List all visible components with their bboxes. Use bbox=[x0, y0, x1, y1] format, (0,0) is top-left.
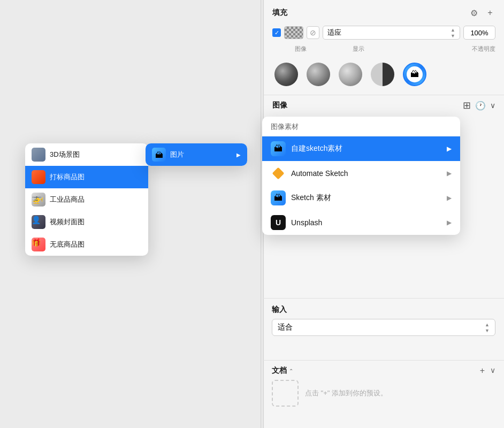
product-thumbnail bbox=[32, 170, 45, 184]
menu-l1-nobg[interactable]: 🎁 无底商品图 bbox=[25, 233, 148, 256]
layers-icon[interactable]: ⊞ bbox=[463, 100, 471, 111]
3d-label: 3D场景图 bbox=[50, 150, 142, 159]
gradient-ball-3[interactable] bbox=[339, 63, 362, 86]
zijian-arrow-icon: ▶ bbox=[447, 145, 452, 152]
sketch-material-arrow-icon: ▶ bbox=[447, 194, 452, 202]
sketch-material-icon: 🏔 bbox=[271, 190, 286, 205]
zijian-icon: 🏔 bbox=[271, 141, 286, 156]
gradient-ball-5-active[interactable]: 🏔 bbox=[403, 63, 426, 86]
col-display-label: 显示 bbox=[353, 45, 364, 53]
automate-icon bbox=[271, 166, 286, 181]
doc-title: 文档 bbox=[272, 366, 287, 376]
pic-label: 图片 bbox=[170, 150, 232, 159]
doc-add-icon[interactable]: + bbox=[480, 366, 485, 376]
pic-arrow-icon: ▶ bbox=[236, 152, 241, 158]
fill-header: 填充 ⚙ + bbox=[264, 0, 504, 24]
menu-l1-product[interactable]: 打标商品图 bbox=[25, 166, 148, 188]
fill-checkbox[interactable]: ✓ bbox=[272, 28, 281, 37]
input-stepper[interactable]: ▲ ▼ bbox=[485, 322, 490, 333]
menu-l1-3d[interactable]: 3D场景图 bbox=[25, 143, 148, 166]
industrial-label: 工业品商品 bbox=[50, 195, 142, 204]
doc-expand-icon[interactable]: ∨ bbox=[490, 366, 495, 376]
col-opacity-label: 不透明度 bbox=[472, 45, 495, 53]
menu-level1: 3D场景图 打标商品图 🚁 工业品商品 👤 视频封面图 🎁 bbox=[25, 143, 148, 256]
nobg-label: 无底商品图 bbox=[50, 240, 142, 249]
doc-chevron-icon: ⌃ bbox=[289, 368, 293, 374]
doc-hint: 点击 "+" 添加到你的预设。 bbox=[305, 388, 387, 398]
sketch-material-label: Sketch 素材 bbox=[291, 193, 441, 203]
video-label: 视频封面图 bbox=[50, 217, 142, 227]
gradient-ball-2[interactable] bbox=[307, 63, 330, 86]
video-thumb: 👤 bbox=[32, 215, 45, 229]
menu-l1-industrial[interactable]: 🚁 工业品商品 bbox=[25, 188, 148, 211]
menu-l1-video[interactable]: 👤 视频封面图 bbox=[25, 211, 148, 233]
col-image-label: 图像 bbox=[295, 45, 307, 53]
checkerboard-icon[interactable] bbox=[284, 26, 303, 39]
doc-icons: + ∨ bbox=[480, 366, 495, 376]
industrial-thumb: 🚁 bbox=[32, 193, 45, 207]
display-stepper[interactable]: ▲ ▼ bbox=[450, 27, 455, 39]
nobg-thumb: 🎁 bbox=[32, 238, 45, 251]
automate-arrow-icon: ▶ bbox=[447, 170, 452, 177]
fill-controls-row: ✓ ⊘ 适应 ▲ ▼ 100% bbox=[264, 24, 504, 44]
menu-level2: 🏔 图片 ▶ bbox=[146, 143, 247, 166]
image-material-header: 图像素材 bbox=[262, 117, 460, 136]
document-section: 文档 ⌃ + ∨ 点击 "+" 添加到你的预设。 bbox=[263, 360, 504, 412]
doc-title-row: 文档 ⌃ bbox=[272, 366, 293, 376]
clock-icon[interactable]: 🕐 bbox=[475, 101, 486, 111]
image-section-header: 图像 ⊞ 🕐 ∨ bbox=[272, 100, 495, 111]
menu-l2-pic[interactable]: 🏔 图片 ▶ bbox=[146, 143, 247, 166]
image-section-icons: ⊞ 🕐 ∨ bbox=[463, 100, 495, 111]
doc-header: 文档 ⌃ + ∨ bbox=[272, 366, 495, 376]
doc-placeholder bbox=[272, 380, 299, 407]
settings-icon[interactable]: ⚙ bbox=[469, 7, 479, 18]
menu-item-sketch-material[interactable]: 🏔 Sketch 素材 ▶ bbox=[262, 186, 460, 210]
fill-header-icons: ⚙ + bbox=[469, 7, 495, 18]
image-section-title: 图像 bbox=[272, 101, 287, 110]
slash-icon[interactable]: ⊘ bbox=[307, 26, 319, 39]
chevron-down-icon[interactable]: ∨ bbox=[490, 101, 495, 110]
menu-item-zijian[interactable]: 🏔 自建sketch素材 ▶ bbox=[262, 136, 460, 161]
input-section: 输入 适合 ▲ ▼ bbox=[263, 298, 504, 342]
3d-thumbnail bbox=[32, 148, 45, 162]
column-labels: 图像 显示 不透明度 bbox=[264, 44, 504, 57]
automate-label: Automate Sketch bbox=[291, 169, 441, 178]
fill-title: 填充 bbox=[272, 8, 287, 18]
opacity-value[interactable]: 100% bbox=[463, 26, 495, 40]
menu-item-unsplash[interactable]: U Unsplash ▶ bbox=[262, 210, 460, 235]
display-select[interactable]: 适应 ▲ ▼ bbox=[323, 26, 460, 40]
image-material-panel: 图像素材 🏔 自建sketch素材 ▶ Automate Sketch ▶ 🏔 … bbox=[262, 117, 460, 235]
3d-thumb bbox=[32, 148, 45, 162]
input-select[interactable]: 适合 ▲ ▼ bbox=[272, 319, 495, 336]
add-fill-button[interactable]: + bbox=[485, 7, 495, 18]
image-section: 图像 ⊞ 🕐 ∨ bbox=[264, 95, 504, 119]
pic-icon: 🏔 bbox=[152, 148, 166, 162]
automate-diamond-icon bbox=[272, 167, 285, 180]
display-value: 适应 bbox=[327, 28, 341, 37]
gradient-ball-1[interactable] bbox=[274, 63, 298, 86]
ball-5-inner: 🏔 bbox=[407, 66, 423, 82]
product-thumb bbox=[32, 170, 45, 184]
industrial-thumbnail: 🚁 bbox=[32, 193, 45, 207]
input-value: 适合 bbox=[278, 323, 293, 332]
doc-content: 点击 "+" 添加到你的预设。 bbox=[272, 380, 495, 407]
gradient-balls-row: 🏔 bbox=[264, 57, 504, 95]
unsplash-label: Unsplash bbox=[291, 218, 441, 227]
unsplash-arrow-icon: ▶ bbox=[447, 219, 452, 226]
input-section-title: 输入 bbox=[272, 305, 495, 315]
product-label: 打标商品图 bbox=[50, 172, 142, 182]
unsplash-icon: U bbox=[271, 215, 286, 230]
video-thumbnail: 👤 bbox=[32, 215, 45, 229]
gradient-ball-4[interactable] bbox=[371, 63, 394, 86]
panel-separator bbox=[261, 0, 261, 428]
zijian-label: 自建sketch素材 bbox=[291, 144, 441, 154]
menu-item-automate[interactable]: Automate Sketch ▶ bbox=[262, 161, 460, 186]
nobg-thumbnail: 🎁 bbox=[32, 238, 45, 251]
